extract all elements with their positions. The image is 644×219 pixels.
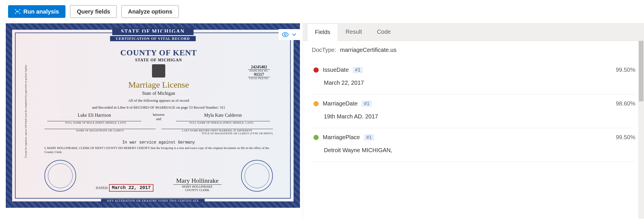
run-analysis-button[interactable]: Run analysis <box>8 5 65 18</box>
local-file-no: 91517 <box>248 72 270 77</box>
cert-lastname-label: LAST NAME BEFORE FIRST MARRIED, IF DIFFE… <box>162 129 273 132</box>
field-color-dot <box>313 101 319 106</box>
cert-clerk-signature: Mary Hollinrake <box>173 177 221 185</box>
state-file-label: STATE FILE NO. <box>248 70 270 72</box>
scan-icon <box>15 9 20 14</box>
cert-certify-text: I, MARY HOLLINRAKE, CLERK OF KENT COUNTY… <box>44 146 273 154</box>
cert-between-and: between and <box>147 113 170 121</box>
doctype-value: marriageCertificate.us <box>340 47 397 53</box>
certificate-image[interactable]: STATE OF MICHIGAN CERTIFICATION OF VITAL… <box>6 23 300 208</box>
analyze-options-button[interactable]: Analyze options <box>121 5 179 18</box>
svg-rect-1 <box>17 11 17 12</box>
cert-body: Except for signature, spaces left blank … <box>15 33 291 199</box>
field-value: March 22, 2017 <box>324 80 635 86</box>
field-row[interactable]: MarriageDate #1 98.60% 19th March AD. 20… <box>312 95 635 128</box>
cert-clerk-name: MARY HOLLINRAKE <box>173 185 221 188</box>
cert-clerk-title: COUNTY CLERK <box>173 188 221 192</box>
field-color-dot <box>313 135 319 140</box>
svg-rect-0 <box>16 11 17 12</box>
run-analysis-label: Run analysis <box>23 8 59 15</box>
query-fields-label: Query fields <box>77 8 110 15</box>
field-name: MarriagePlace <box>323 134 360 141</box>
cert-lower-row: DATED: March 22, 2017 Mary Hollinrake MA… <box>44 160 273 192</box>
cert-dated-label: DATED: <box>96 186 108 190</box>
cert-doc-title: Marriage License <box>44 80 273 90</box>
overlay-controls <box>279 29 300 40</box>
state-emblem-icon <box>152 64 165 78</box>
cert-state-sub: STATE OF MICHIGAN <box>44 58 273 63</box>
field-value: Detroit Wayne MICHIGAN, <box>324 147 635 154</box>
cert-names-row: Luke Eli Harrison between and Myla Kate … <box>44 113 273 121</box>
field-value: 19th March AD. 2017 <box>324 113 635 120</box>
cert-ribbon-footer: ANY ALTERATION OR ERASURE VOIDS THIS CER… <box>101 199 204 203</box>
cert-clerk-block: Mary Hollinrake MARY HOLLINRAKE COUNTY C… <box>173 177 221 192</box>
field-badge: #1 <box>362 101 372 107</box>
cert-dated: DATED: March 22, 2017 <box>96 184 153 192</box>
main-area: STATE OF MICHIGAN CERTIFICATION OF VITAL… <box>0 23 644 219</box>
cert-file-numbers: 24245482 STATE FILE NO. 91517 LOCAL FILE… <box>248 65 270 80</box>
cert-titlemag-label: TITLE OF MAGISTRATE OR CLERGY (TYPE OR P… <box>44 132 273 135</box>
field-name: MarriageDate <box>323 100 358 107</box>
cert-appears-line: All of the following appears as of recor… <box>44 98 273 103</box>
field-confidence: 98.60% <box>616 100 635 107</box>
tab-code[interactable]: Code <box>369 23 398 41</box>
svg-point-4 <box>284 34 286 36</box>
cert-male-name: Luke Eli Harrison <box>47 113 141 121</box>
doctype-label: DocType: <box>312 47 336 53</box>
cert-county-title: COUNTY OF KENT <box>44 48 273 57</box>
fields-panel: DocType: marriageCertificate.us IssueDat… <box>303 41 644 219</box>
cert-between: between <box>147 113 170 117</box>
cert-magistrate-label: NAME OF MAGISTRATE OR CLERGY <box>44 129 156 132</box>
cert-male-label: FULL NAME OF MALE (FIRST, MIDDLE, LAST) <box>44 121 147 124</box>
scrollbar-thumb[interactable] <box>639 41 643 101</box>
field-name: IssueDate <box>323 67 349 73</box>
state-seal-icon <box>44 160 76 192</box>
results-pane: Fields Result Code DocType: marriageCert… <box>303 23 644 219</box>
field-confidence: 99.50% <box>616 67 635 73</box>
cert-left-note: Except for signature, spaces left blank … <box>24 65 29 158</box>
court-seal-icon <box>241 160 273 192</box>
cert-service-line: In war service against Germany <box>44 140 273 145</box>
field-color-dot <box>313 67 319 73</box>
local-file-label: LOCAL FILE NO. <box>248 77 270 80</box>
cert-dated-value: March 22, 2017 <box>109 184 153 192</box>
toolbar: Run analysis Query fields Analyze option… <box>0 0 644 23</box>
tab-fields[interactable]: Fields <box>307 23 338 41</box>
result-tabs: Fields Result Code <box>303 23 644 41</box>
field-row[interactable]: MarriagePlace #1 99.50% Detroit Wayne MI… <box>312 128 635 162</box>
tab-result[interactable]: Result <box>338 23 369 41</box>
cert-state-line: State of Michigan <box>44 91 273 96</box>
field-badge: #1 <box>364 134 374 141</box>
state-file-no: 24245482 <box>248 65 270 70</box>
chevron-down-icon[interactable] <box>291 32 297 37</box>
svg-rect-2 <box>18 11 18 12</box>
field-confidence: 99.50% <box>616 134 635 141</box>
document-preview-pane: STATE OF MICHIGAN CERTIFICATION OF VITAL… <box>0 23 303 219</box>
cert-female-name: Myla Kate Calderon <box>176 113 270 121</box>
doctype-row: DocType: marriageCertificate.us <box>312 47 635 53</box>
cert-and: and <box>147 117 170 121</box>
field-badge: #1 <box>353 67 363 73</box>
field-row[interactable]: IssueDate #1 99.50% March 22, 2017 <box>312 61 635 95</box>
cert-female-label: FULL NAME OF FEMALE (FIRST, MIDDLE, LAST… <box>170 121 273 124</box>
query-fields-button[interactable]: Query fields <box>70 5 117 18</box>
analyze-options-label: Analyze options <box>128 8 172 15</box>
svg-rect-3 <box>18 11 19 12</box>
cert-recorded-line: and Recorded in Liber 8 of RECORD OF MAR… <box>44 105 273 110</box>
panel-scrollbar[interactable] <box>638 41 644 219</box>
eye-icon[interactable] <box>281 31 289 38</box>
